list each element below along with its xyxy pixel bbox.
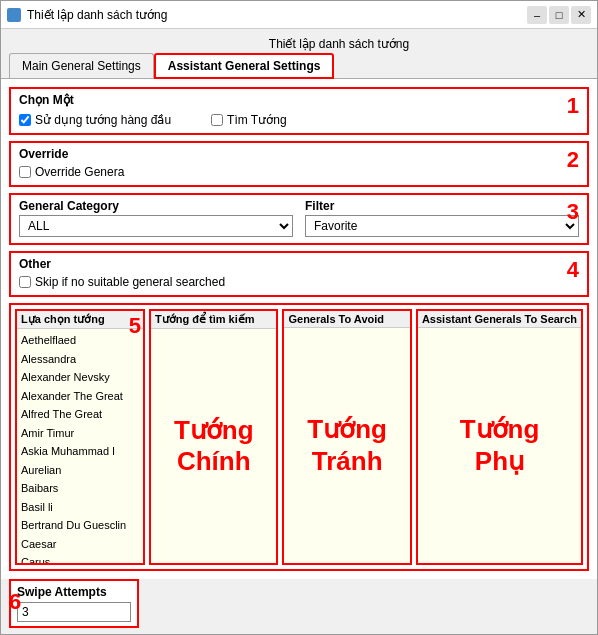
general-category-select[interactable]: ALL Infantry Cavalry Archers	[19, 215, 293, 237]
avoid-col-header: Generals To Avoid	[284, 311, 409, 328]
list-item[interactable]: Baibars	[19, 479, 141, 498]
assistant-col-panel: Assistant Generals To Search Tướng Phụ	[416, 309, 583, 565]
find-general-label: Tìm Tướng	[227, 113, 286, 127]
list-item[interactable]: Alessandra	[19, 350, 141, 369]
use-top-general-row: Sử dụng tướng hàng đầu	[19, 113, 171, 127]
title-bar: Thiết lập danh sách tướng – □ ✕	[1, 1, 597, 29]
list-item[interactable]: Aethelflaed	[19, 331, 141, 350]
category-col: General Category ALL Infantry Cavalry Ar…	[19, 199, 293, 237]
main-content: Chọn Một Sử dụng tướng hàng đầu Tìm Tướn…	[1, 79, 597, 579]
filter-label: Filter	[305, 199, 579, 213]
generals-list-header: Lựa chọn tướng	[17, 311, 143, 329]
header-section: Thiết lập danh sách tướng	[1, 29, 597, 53]
list-item[interactable]: Amir Timur	[19, 424, 141, 443]
general-category-section: General Category ALL Infantry Cavalry Ar…	[9, 193, 589, 245]
override-general-row: Override Genera	[19, 165, 579, 179]
assistant-col-header: Assistant Generals To Search	[418, 311, 581, 328]
app-icon	[7, 8, 21, 22]
chon-mot-section: Chọn Một Sử dụng tướng hàng đầu Tìm Tướn…	[9, 87, 589, 135]
find-general-row: Tìm Tướng	[211, 113, 286, 127]
override-general-checkbox[interactable]	[19, 166, 31, 178]
swipe-input[interactable]	[17, 602, 131, 622]
avoid-col-label: Tướng Tránh	[307, 414, 387, 476]
generals-list-panel: Lựa chọn tướng Aethelflaed Alessandra Al…	[15, 309, 145, 565]
assistant-col-content: Tướng Phụ	[418, 328, 581, 563]
swipe-label: Swipe Attempts	[17, 585, 131, 599]
assistant-col-label: Tướng Phụ	[460, 414, 540, 476]
other-label: Other	[19, 257, 579, 271]
maximize-button[interactable]: □	[549, 6, 569, 24]
chon-mot-label: Chọn Một	[19, 93, 579, 107]
close-button[interactable]: ✕	[571, 6, 591, 24]
skip-checkbox[interactable]	[19, 276, 31, 288]
avoid-col-content: Tướng Tránh	[284, 328, 409, 563]
override-label: Override	[19, 147, 579, 161]
main-window: Thiết lập danh sách tướng – □ ✕ Thiết lậ…	[0, 0, 598, 635]
list-item[interactable]: Alexander Nevsky	[19, 368, 141, 387]
list-item[interactable]: Caesar	[19, 535, 141, 554]
filter-col: Filter Favorite All None	[305, 199, 579, 237]
list-item[interactable]: Alfred The Great	[19, 405, 141, 424]
window-title: Thiết lập danh sách tướng	[27, 8, 167, 22]
search-col-label: Tướng Chính	[174, 415, 254, 477]
general-category-label: General Category	[19, 199, 293, 213]
list-item[interactable]: Bertrand Du Guesclin	[19, 516, 141, 535]
other-section: Other Skip if no suitable general search…	[9, 251, 589, 297]
filter-select[interactable]: Favorite All None	[305, 215, 579, 237]
tab-assistant-general-settings[interactable]: Assistant General Settings	[154, 53, 335, 79]
list-item[interactable]: Aurelian	[19, 461, 141, 480]
skip-label: Skip if no suitable general searched	[35, 275, 225, 289]
list-item[interactable]: Alexander The Great	[19, 387, 141, 406]
search-col-header: Tướng để tìm kiếm	[151, 311, 276, 329]
title-bar-left: Thiết lập danh sách tướng	[7, 8, 167, 22]
search-col-content: Tướng Chính	[151, 329, 276, 563]
columns-container: Lựa chọn tướng Aethelflaed Alessandra Al…	[9, 303, 589, 571]
override-general-label: Override Genera	[35, 165, 124, 179]
list-item[interactable]: Askia Muhammad I	[19, 442, 141, 461]
filter-section: General Category ALL Infantry Cavalry Ar…	[19, 199, 579, 237]
override-section: Override Override Genera 2	[9, 141, 589, 187]
list-item[interactable]: Carus	[19, 553, 141, 563]
avoid-col-panel: Generals To Avoid Tướng Tránh	[282, 309, 411, 565]
use-top-general-checkbox[interactable]	[19, 114, 31, 126]
header-label: Thiết lập danh sách tướng	[189, 33, 409, 53]
tab-main-general-settings[interactable]: Main General Settings	[9, 53, 154, 78]
tabs-row: Main General Settings Assistant General …	[1, 53, 597, 79]
swipe-section: Swipe Attempts	[9, 579, 139, 628]
skip-row: Skip if no suitable general searched	[19, 275, 579, 289]
title-controls: – □ ✕	[527, 6, 591, 24]
bottom-area: Swipe Attempts 6	[1, 579, 597, 634]
minimize-button[interactable]: –	[527, 6, 547, 24]
find-general-checkbox[interactable]	[211, 114, 223, 126]
use-top-general-label: Sử dụng tướng hàng đầu	[35, 113, 171, 127]
list-item[interactable]: Basil li	[19, 498, 141, 517]
search-col-panel: Tướng để tìm kiếm Tướng Chính	[149, 309, 278, 565]
generals-list-content[interactable]: Aethelflaed Alessandra Alexander Nevsky …	[17, 329, 143, 563]
